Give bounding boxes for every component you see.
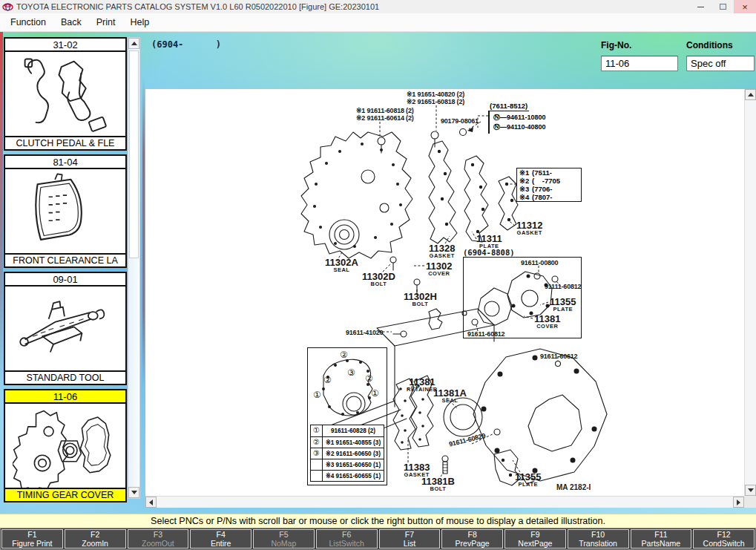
title-bar: TOYOTA ELECTRONIC PARTS CATALOG SYSTEM V… bbox=[0, 0, 756, 13]
arrow-up-icon bbox=[131, 42, 137, 45]
part-labels-layer: ※1 91651-40820 (2)※2 91651-60818 (2)※1 9… bbox=[145, 89, 744, 496]
scrollbar-corner bbox=[744, 496, 756, 508]
diagram-canvas[interactable]: ※1 91651-40820 (2)※2 91651-60818 (2)※1 9… bbox=[145, 89, 744, 496]
thumbnail-label: TIMING GEAR COVER bbox=[5, 488, 125, 501]
fkey-f7-button[interactable]: F7List bbox=[379, 529, 441, 549]
diagram-vertical-scrollbar[interactable] bbox=[744, 89, 756, 496]
conditions-label: Conditions bbox=[686, 40, 733, 50]
part-code-label[interactable]: 91611-41020 bbox=[346, 329, 383, 336]
diagram-scroll-right-button[interactable] bbox=[733, 497, 744, 508]
arrow-right-icon bbox=[737, 500, 740, 505]
parts-table: ①91611-60828 (2)②※1 91651-40855 (3)③※2 9… bbox=[310, 425, 384, 482]
close-button[interactable]: × bbox=[734, 0, 756, 13]
maximize-button[interactable] bbox=[711, 0, 734, 13]
part-number-label[interactable]: 11311PLATE bbox=[476, 235, 502, 249]
toyota-logo-icon bbox=[2, 1, 13, 13]
part-code-label[interactable]: 91611-60829 bbox=[448, 432, 486, 448]
part-code-label[interactable]: ※1 91651-40820 (2) bbox=[407, 91, 464, 98]
fkey-f3-button[interactable]: F3ZoomOut bbox=[128, 529, 189, 549]
figure-range-note: (6904- ) bbox=[151, 39, 221, 50]
part-number-label[interactable]: 11328GASKET bbox=[429, 244, 455, 259]
thumbnail-label: STANDARD TOOL bbox=[5, 370, 125, 384]
thumbnail-31-02[interactable]: 31-02 CLUTCH PEDAL & FLE bbox=[4, 37, 127, 151]
fkey-f2-button[interactable]: F2ZoomIn bbox=[65, 529, 126, 549]
figure-thumbnail-list: 31-02 CLUTCH PEDAL & FLE81-04 FRONT CLEA… bbox=[4, 37, 127, 502]
thumbnail-code: 31-02 bbox=[5, 39, 125, 52]
thumbnail-label: FRONT CLEARANCE LA bbox=[5, 253, 125, 266]
function-key-bar: F1Figure PrintF2ZoomInF3ZoomOutF4EntireF… bbox=[0, 528, 756, 550]
diagram-horizontal-scrollbar[interactable] bbox=[145, 496, 744, 508]
part-code-label[interactable]: 90179-08061 bbox=[441, 117, 479, 125]
timing-cover-drawing bbox=[13, 405, 118, 488]
thumbnail-81-04[interactable]: 81-04 FRONT CLEARANCE LA bbox=[4, 154, 127, 268]
thumbnail-figure bbox=[5, 169, 125, 253]
arrow-down-icon bbox=[131, 491, 137, 494]
parts-box-title: (7611-8512) bbox=[488, 102, 529, 111]
part-code-label[interactable]: Ⓝ—94611-10800 bbox=[493, 113, 577, 122]
sidebar-scrollbar[interactable] bbox=[128, 37, 140, 499]
fkey-f9-button[interactable]: F9NextPage bbox=[504, 529, 566, 549]
thumbnail-code: 81-04 bbox=[5, 156, 125, 169]
thumbnail-code: 09-01 bbox=[5, 273, 125, 287]
part-number-label[interactable]: 11302ASEAL bbox=[325, 258, 358, 273]
part-number-label[interactable]: 11312GASKET bbox=[516, 221, 542, 236]
part-number-label[interactable]: 11381BBOLT bbox=[421, 477, 455, 492]
conditions-input[interactable] bbox=[686, 56, 755, 71]
fkey-f6-button[interactable]: F6ListSwitch bbox=[316, 529, 378, 549]
menu-item-function[interactable]: Function bbox=[3, 15, 53, 30]
parts-table-row[interactable]: ①91611-60828 (2) bbox=[311, 425, 384, 436]
menu-item-help[interactable]: Help bbox=[122, 15, 157, 30]
parts-table-row[interactable]: ③※2 91611-60650 (3) bbox=[311, 448, 384, 459]
diagram-scroll-up-button[interactable] bbox=[745, 89, 756, 100]
fkey-f8-button[interactable]: F8PrevPage bbox=[441, 529, 503, 549]
fkey-f12-button[interactable]: F12CondSwitch bbox=[693, 529, 755, 549]
thumbnail-11-06[interactable]: 11-06 TIMING GEAR COVER bbox=[4, 389, 127, 502]
figure-watermark: MA 2182-I bbox=[556, 483, 591, 491]
fkey-f10-button[interactable]: F10Translation bbox=[568, 529, 629, 549]
thumbnail-figure bbox=[5, 404, 125, 488]
menu-item-back[interactable]: Back bbox=[53, 15, 89, 30]
arrow-up-icon bbox=[748, 93, 754, 96]
fkey-f4-button[interactable]: F4Entire bbox=[190, 529, 252, 549]
parts-table-row[interactable]: ②※1 91651-40855 (3) bbox=[311, 436, 384, 448]
arrow-down-icon bbox=[748, 488, 754, 492]
part-code-label[interactable]: ※2 91611-60614 (2) bbox=[356, 114, 414, 122]
date-range-row: ※1(7511- bbox=[517, 168, 581, 177]
status-bar: Select PNCs or P/Ns with scroll bar or m… bbox=[0, 514, 756, 528]
date-range-row: ※3(7706- bbox=[517, 185, 581, 193]
sidebar-scroll-down-button[interactable] bbox=[128, 487, 139, 498]
diagram-scroll-left-button[interactable] bbox=[145, 497, 157, 508]
menu-bar: FunctionBackPrintHelp bbox=[0, 13, 756, 32]
part-number-label[interactable]: 11302HBOLT bbox=[404, 292, 437, 307]
thumbnail-09-01[interactable]: 09-01 STANDARD TOOL bbox=[4, 272, 127, 385]
thumbnail-figure bbox=[5, 287, 125, 370]
part-number-label[interactable]: 11355PLATE bbox=[515, 473, 541, 488]
menu-item-print[interactable]: Print bbox=[89, 15, 123, 30]
fkey-f5-button[interactable]: F5NoMap bbox=[253, 529, 315, 549]
window-title: TOYOTA ELECTRONIC PARTS CATALOG SYSTEM V… bbox=[16, 2, 379, 11]
minimize-icon bbox=[697, 7, 704, 7]
diagram-scroll-down-button[interactable] bbox=[745, 485, 756, 496]
part-code-label[interactable]: ※2 91651-60818 (2) bbox=[407, 98, 464, 105]
part-number-label[interactable]: 11381ASEAL bbox=[433, 389, 467, 404]
part-number-label[interactable]: 11302COVER bbox=[426, 262, 452, 277]
main-area: 31-02 CLUTCH PEDAL & FLE81-04 FRONT CLEA… bbox=[0, 32, 756, 514]
thumbnail-label: CLUTCH PEDAL & FLE bbox=[5, 136, 125, 149]
part-number-label[interactable]: 11302DBOLT bbox=[362, 272, 395, 287]
fig-no-input[interactable] bbox=[601, 56, 678, 71]
sidebar-scroll-up-button[interactable] bbox=[128, 38, 139, 49]
fkey-f1-button[interactable]: F1Figure Print bbox=[1, 529, 63, 549]
jack-drawing bbox=[13, 287, 118, 370]
parts-table-row[interactable]: ※3 91651-60650 (1) bbox=[311, 459, 384, 470]
part-code-label[interactable]: ※1 91611-60818 (2) bbox=[356, 107, 414, 114]
parts-table-row[interactable]: ※4 91651-60655 (1) bbox=[311, 470, 384, 481]
minimize-button[interactable] bbox=[689, 0, 711, 13]
parts-box-6904-8808 bbox=[463, 257, 582, 338]
date-range-box: ※1(7511-※2( -7705※3(7706-※4(7807- bbox=[516, 168, 582, 202]
sidebar-scrollbar-thumb[interactable] bbox=[129, 50, 139, 258]
arrow-left-icon bbox=[149, 500, 153, 505]
figure-diagram-panel: ※1 91651-40820 (2)※2 91651-60818 (2)※1 9… bbox=[145, 89, 756, 508]
fkey-f11-button[interactable]: F11PartsName bbox=[631, 529, 692, 549]
part-code-label[interactable]: Ⓝ—94110-40800 bbox=[493, 122, 577, 132]
part-code-label[interactable]: 91611-60612 bbox=[540, 353, 577, 360]
